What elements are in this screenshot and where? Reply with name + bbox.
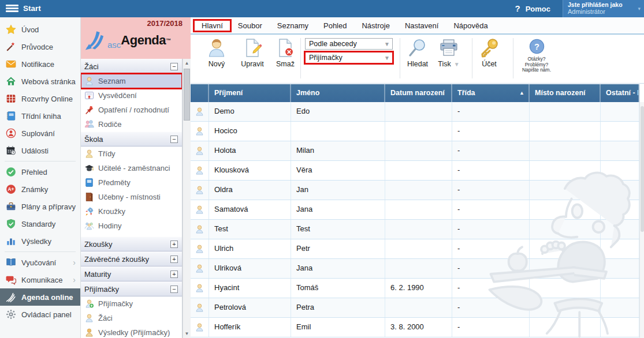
login-caption: Jste přihlášen jako (568, 1, 639, 8)
search-button[interactable]: Hledat (403, 37, 433, 68)
table-row[interactable]: OldraJan- (191, 181, 639, 200)
logged-in-user-dropdown[interactable]: Jste přihlášen jako Administrátor ▾ (563, 0, 644, 17)
tree-item-vysledky-prijimacky[interactable]: Výsledky (Přijímačky) (81, 325, 182, 338)
tree-scroll-thumb[interactable] (184, 69, 190, 121)
sidebar-item-znamky[interactable]: A+Známky (0, 181, 80, 198)
expand-box-icon[interactable]: + (170, 256, 178, 263)
tree-item-zaci[interactable]: Žáci (81, 311, 182, 325)
tree-item-prijimacky[interactable]: Přijímačky (81, 296, 182, 311)
sidebar-item-label: Agenda online (21, 293, 73, 302)
filter-dropdown[interactable]: Přijímačky▼ (305, 52, 393, 63)
smaz-button[interactable]: Smaž (271, 37, 299, 68)
tab-hlavni[interactable]: Hlavní (194, 20, 230, 31)
tree-item-vysvedceni[interactable]: Vysvědčení (81, 88, 182, 103)
cell-jmeno: Jan (291, 181, 385, 200)
scroll-up-icon[interactable]: ▲ (183, 59, 191, 67)
table-row[interactable]: UlrichPetr- (191, 239, 639, 259)
help-button[interactable]: ?Pomoc (515, 0, 550, 18)
cell-jmeno: Věra (291, 161, 385, 180)
sidebar-item-label: Přehled (21, 168, 47, 176)
sidebar-item-uvod[interactable]: Úvod (0, 21, 80, 38)
sidebar-item-plany-a-pripravy[interactable]: Plány a přípravy (0, 198, 80, 215)
collapse-box-icon[interactable]: − (170, 286, 178, 293)
sidebar-item-prehled[interactable]: Přehled (0, 163, 80, 181)
novy-button[interactable]: Nový (203, 37, 230, 68)
column-header-ostatni-il[interactable]: Ostatní - Il (601, 84, 639, 102)
tree-group-prijimacky[interactable]: Přijímačky− (81, 281, 182, 296)
tree-item-ucitele-zamestnanci[interactable]: Učitelé - zaměstnanci (81, 161, 182, 175)
person-red-icon (6, 128, 16, 138)
tab-napoveda[interactable]: Nápověda (446, 20, 495, 31)
sidebar-item-suplovani[interactable]: Suplování (0, 125, 80, 142)
tree-item-seznam[interactable]: Seznam (81, 74, 182, 88)
hamburger-menu-icon[interactable] (6, 5, 18, 13)
student-icon (191, 141, 209, 160)
tree-item-opatreni-rozhodnuti[interactable]: Opatření / rozhodnutí (81, 103, 182, 117)
sidebar-item-vysledky[interactable]: Výsledky (0, 232, 80, 250)
sidebar-item-pruvodce[interactable]: Průvodce (0, 38, 80, 55)
table-row[interactable]: DemoEdo- (191, 102, 639, 122)
tree-item-hodiny[interactable]: Hodiny (81, 219, 182, 233)
tree-group-maturity[interactable]: Maturity+ (81, 266, 182, 281)
tab-nastaveni[interactable]: Nastavení (397, 20, 446, 31)
sidebar-item-rozvrhy-online[interactable]: Rozvrhy Online (0, 90, 80, 107)
table-row[interactable]: TestTest- (191, 220, 639, 239)
column-header-jmeno[interactable]: Jméno (291, 84, 385, 102)
grid-scroll-thumb[interactable] (641, 106, 644, 232)
student-icon (191, 181, 209, 200)
collapse-box-icon[interactable]: − (170, 63, 178, 70)
tree-item-krouzky[interactable]: Kroužky (81, 204, 182, 219)
chevron-down-icon: ▼ (384, 53, 390, 63)
print-button[interactable]: Tisk▼ (433, 37, 464, 68)
column-header-misto-narozeni[interactable]: Místo narození (530, 84, 601, 102)
sidebar-item-udalosti[interactable]: Události (0, 142, 80, 159)
collapse-box-icon[interactable]: − (170, 136, 178, 143)
expand-box-icon[interactable]: + (170, 241, 178, 248)
table-row[interactable]: HofferíkEmil3. 8. 2000- (191, 318, 639, 337)
column-header-prijmeni[interactable]: Příjmení (209, 84, 291, 102)
tree-item-rodice[interactable]: Rodiče (81, 117, 182, 132)
toolbar-separator (400, 38, 400, 78)
expand-box-icon[interactable]: + (170, 271, 178, 278)
tree-group-zaci[interactable]: Žáci− (81, 59, 182, 74)
table-row[interactable]: PetrolováPetra- (191, 298, 639, 318)
sidebar-item-tridni-kniha[interactable]: Třídní kniha (0, 107, 80, 125)
tree-group-skola[interactable]: Škola− (81, 132, 182, 147)
chevron-down-icon[interactable]: ▼ (454, 61, 460, 67)
toolbar-button-label: Smaž (276, 60, 295, 68)
sidebar-item-agenda-online[interactable]: Agenda online (0, 288, 80, 306)
tree-item-tridy[interactable]: Třídy (81, 147, 182, 161)
sidebar-item-notifikace[interactable]: Notifikace (0, 55, 80, 73)
table-row[interactable]: Hocico- (191, 122, 639, 141)
table-row[interactable]: SamatováJana- (191, 200, 639, 220)
table-row[interactable]: HyacintTomáš6. 2. 1990- (191, 279, 639, 298)
sidebar-item-ovladaci-panel[interactable]: Ovládací panel (0, 306, 80, 323)
account-button[interactable]: Účet (476, 37, 502, 68)
tab-nastroje[interactable]: Nástroje (354, 20, 397, 31)
sidebar-item-komunikace[interactable]: Komunikace› (0, 271, 80, 288)
contact-us-button[interactable]: ? Otázky? Problémy? Napište nám. (515, 37, 558, 73)
upravit-button[interactable]: Upravit (236, 37, 269, 68)
sidebar-item-webova-stranka[interactable]: Webová stránka (0, 73, 80, 90)
tree-scrollbar[interactable]: ▲ ▼ (183, 59, 191, 338)
sidebar-item-standardy[interactable]: Standardy (0, 215, 80, 232)
column-header-datum-narozeni[interactable]: Datum narození (385, 84, 452, 102)
table-row[interactable]: HolotaMilan- (191, 141, 639, 161)
tab-pohled[interactable]: Pohled (316, 20, 354, 31)
sort-dropdown[interactable]: Podle abecedy▼ (305, 38, 393, 50)
column-header-trida[interactable]: Třída▲ (452, 84, 530, 102)
sidebar-item-vyucovani[interactable]: Vyučování› (0, 254, 80, 271)
cell-prijmeni: Klousková (209, 161, 291, 180)
table-row[interactable]: UlrikováJana- (191, 259, 639, 279)
grid-scrollbar[interactable] (639, 102, 644, 338)
column-header-icon[interactable] (191, 84, 209, 102)
tab-soubor[interactable]: Soubor (230, 20, 270, 31)
tree-group-zkousky[interactable]: Zkoušky+ (81, 236, 182, 251)
scroll-down-icon[interactable]: ▼ (183, 329, 191, 338)
tree-item-predmety[interactable]: Předměty (81, 175, 182, 190)
tree-item-ucebny-mistnosti[interactable]: Učebny - místnosti (81, 190, 182, 204)
start-button[interactable]: Start (23, 0, 41, 17)
tab-seznamy[interactable]: Seznamy (270, 20, 316, 31)
table-row[interactable]: KlouskováVěra- (191, 161, 639, 181)
tree-group-zaverecne-zkousky[interactable]: Závěrečné zkoušky+ (81, 251, 182, 266)
